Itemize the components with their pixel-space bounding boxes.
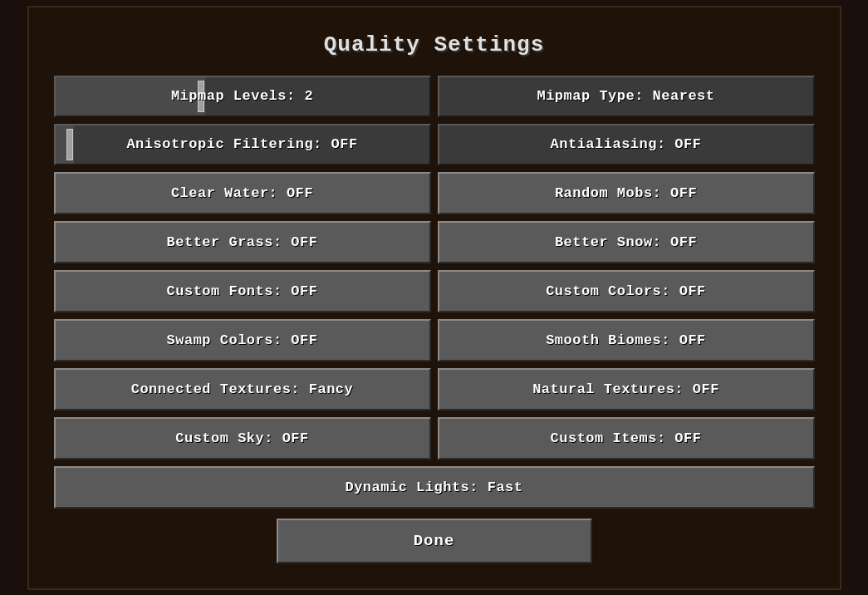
- clear-water-button[interactable]: Clear Water: OFF: [54, 172, 431, 214]
- settings-container: Quality Settings Mipmap Levels: 2 Mipmap…: [27, 6, 841, 590]
- page-title: Quality Settings: [54, 32, 815, 57]
- anisotropic-label: Anisotropic Filtering: OFF: [126, 136, 357, 152]
- swamp-colors-button[interactable]: Swamp Colors: OFF: [54, 319, 431, 361]
- custom-colors-button[interactable]: Custom Colors: OFF: [438, 270, 815, 312]
- mipmap-type-label: Mipmap Type: Nearest: [537, 88, 714, 104]
- done-button[interactable]: Done: [277, 519, 592, 563]
- custom-sky-button[interactable]: Custom Sky: OFF: [54, 417, 431, 460]
- connected-textures-button[interactable]: Connected Textures: Fancy: [54, 368, 431, 411]
- better-grass-button[interactable]: Better Grass: OFF: [54, 221, 431, 263]
- antialiasing-label: Antialiasing: OFF: [551, 136, 702, 152]
- settings-grid: Mipmap Levels: 2 Mipmap Type: Nearest An…: [54, 76, 815, 509]
- natural-textures-button[interactable]: Natural Textures: OFF: [438, 368, 815, 411]
- done-row: Done: [54, 519, 815, 563]
- aniso-thumb: [66, 129, 73, 160]
- custom-fonts-button[interactable]: Custom Fonts: OFF: [54, 270, 431, 312]
- smooth-biomes-button[interactable]: Smooth Biomes: OFF: [438, 319, 815, 361]
- mipmap-levels-slider[interactable]: Mipmap Levels: 2: [54, 76, 431, 117]
- anisotropic-filtering-slider[interactable]: Anisotropic Filtering: OFF: [54, 124, 431, 165]
- mipmap-levels-label: Mipmap Levels: 2: [171, 88, 313, 104]
- mipmap-type-button[interactable]: Mipmap Type: Nearest: [438, 76, 815, 117]
- random-mobs-button[interactable]: Random Mobs: OFF: [438, 172, 815, 214]
- custom-items-button[interactable]: Custom Items: OFF: [438, 417, 815, 460]
- dynamic-lights-button[interactable]: Dynamic Lights: Fast: [54, 466, 815, 509]
- better-snow-button[interactable]: Better Snow: OFF: [438, 221, 815, 263]
- antialiasing-slider[interactable]: Antialiasing: OFF: [438, 124, 815, 165]
